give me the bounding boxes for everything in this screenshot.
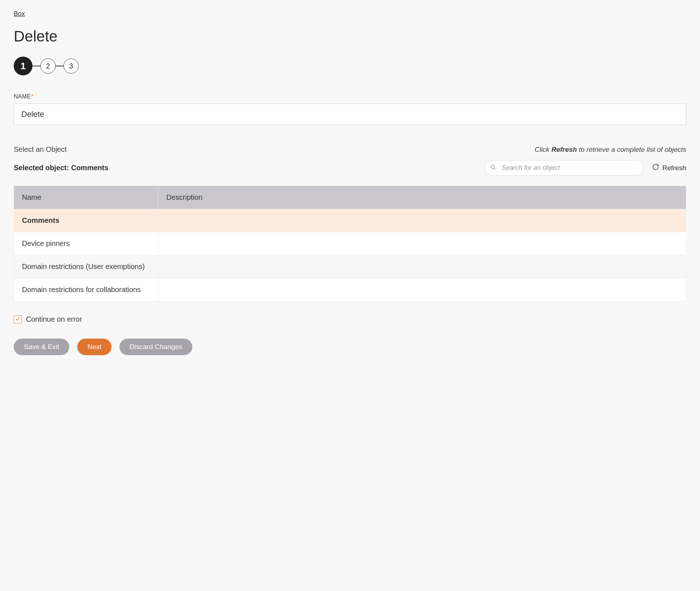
check-icon	[15, 316, 20, 323]
svg-point-0	[491, 165, 494, 168]
refresh-label: Refresh	[662, 164, 686, 172]
object-table: Name Description Comments Device pinners…	[14, 186, 686, 301]
table-cell-description	[158, 255, 686, 278]
next-button[interactable]: Next	[77, 339, 111, 355]
table-cell-name: Comments	[14, 209, 158, 232]
page-title: Delete	[14, 28, 686, 45]
table-cell-name: Domain restrictions (User exemptions)	[14, 255, 158, 278]
table-cell-description	[158, 232, 686, 255]
table-row[interactable]: Device pinners	[14, 232, 686, 255]
step-connector	[32, 66, 40, 66]
step-3[interactable]: 3	[64, 58, 79, 74]
table-row[interactable]: Comments	[14, 209, 686, 232]
table-row[interactable]: Domain restrictions (User exemptions)	[14, 255, 686, 278]
continue-on-error-checkbox[interactable]	[14, 316, 22, 323]
refresh-info-text: Click Refresh to retrieve a complete lis…	[535, 146, 686, 154]
refresh-button[interactable]: Refresh	[652, 163, 686, 172]
step-2[interactable]: 2	[40, 58, 56, 74]
table-cell-description	[158, 209, 686, 232]
step-connector	[56, 66, 64, 66]
selected-object-label: Selected object: Comments	[14, 164, 108, 172]
refresh-icon	[652, 163, 659, 172]
table-header-name: Name	[14, 186, 158, 209]
save-exit-button[interactable]: Save & Exit	[14, 339, 69, 355]
step-1[interactable]: 1	[14, 57, 32, 75]
object-search-input[interactable]	[485, 160, 643, 176]
svg-line-1	[494, 168, 495, 169]
table-cell-description	[158, 278, 686, 301]
table-header-description: Description	[158, 186, 686, 209]
continue-on-error-label: Continue on error	[26, 315, 82, 323]
name-field-label: NAME*	[14, 93, 686, 100]
discard-changes-button[interactable]: Discard Changes	[119, 339, 192, 355]
name-input[interactable]	[14, 103, 686, 125]
table-cell-name: Device pinners	[14, 232, 158, 255]
table-row[interactable]: Domain restrictions for collaborations	[14, 278, 686, 301]
required-mark: *	[31, 93, 34, 100]
stepper: 1 2 3	[14, 57, 686, 75]
select-object-label: Select an Object	[14, 145, 67, 154]
search-icon	[490, 164, 496, 172]
table-cell-name: Domain restrictions for collaborations	[14, 278, 158, 301]
breadcrumb-box[interactable]: Box	[14, 10, 25, 18]
